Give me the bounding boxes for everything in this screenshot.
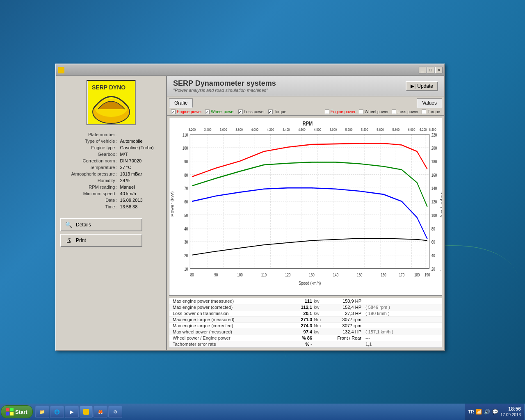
svg-text:5.400: 5.400 xyxy=(361,128,368,132)
engine-label: Engine type : xyxy=(60,144,119,151)
svg-text:120: 120 xyxy=(431,200,437,204)
print-button[interactable]: 🖨 Print xyxy=(60,234,142,247)
svg-text:5.000: 5.000 xyxy=(330,128,337,132)
wheel-power-checkbox-values[interactable] xyxy=(359,110,363,114)
type-label: Type of vehicle : xyxy=(60,138,119,144)
engine-power-label-values: Engine power xyxy=(331,110,356,114)
company-tagline: "Power analysis and road simulation mach… xyxy=(173,88,276,93)
left-panel: SERP DYNO Plate number : Type of v xyxy=(56,76,167,350)
legend-torque-values: Torque xyxy=(422,110,440,114)
close-button[interactable]: ✕ xyxy=(435,67,443,73)
taskbar-media[interactable]: ▶ xyxy=(65,406,79,418)
svg-text:20: 20 xyxy=(431,267,435,272)
taskbar-serp[interactable] xyxy=(80,406,93,418)
row-label: Tachometer error rate xyxy=(173,342,288,347)
svg-rect-93 xyxy=(10,408,14,411)
legend-engine-power-values: Engine power xyxy=(325,110,356,114)
torque-checkbox-grafic[interactable] xyxy=(268,110,273,114)
table-row: Tachometer error rate % - 1,1 xyxy=(169,341,442,347)
svg-text:140: 140 xyxy=(333,273,338,277)
clock: 18:56 17.09.2013 xyxy=(500,406,521,418)
svg-text:3.400: 3.400 xyxy=(204,128,212,132)
svg-text:100: 100 xyxy=(237,273,242,277)
clock-time: 18:56 xyxy=(500,406,521,413)
row-unit1: kw xyxy=(312,311,329,316)
table-row: Max engine power (measured) 111 kw 150,9… xyxy=(169,298,442,304)
svg-rect-92 xyxy=(6,408,9,411)
restore-button[interactable]: □ xyxy=(427,67,434,73)
start-button[interactable]: Start xyxy=(1,405,33,418)
row-extra: 1,1 xyxy=(361,342,438,347)
vehicle-info-table: Plate number : Type of vehicle : Automob… xyxy=(60,131,162,210)
row-label: Loss power on transmission xyxy=(173,311,288,316)
torque-checkbox-values[interactable] xyxy=(422,110,426,114)
svg-text:...: ... xyxy=(440,267,442,272)
table-row: Max engine torque (measured) 271,3 Nm 30… xyxy=(169,317,442,323)
date-label: Date : xyxy=(60,197,119,203)
clock-date: 17.09.2013 xyxy=(500,412,521,418)
logo-image: SERP DYNO xyxy=(88,81,135,124)
svg-text:Torque (Nm): Torque (Nm) xyxy=(440,191,442,217)
svg-text:120: 120 xyxy=(285,273,290,277)
network-icon: 📶 xyxy=(476,409,482,415)
svg-text:4.200: 4.200 xyxy=(267,128,274,132)
company-name: SERP Dynamometer systems xyxy=(173,79,276,88)
svg-text:110: 110 xyxy=(183,133,188,137)
engine-power-checkbox-values[interactable] xyxy=(325,110,329,114)
svg-text:3.800: 3.800 xyxy=(235,128,243,132)
right-panel: SERP Dynamometer systems "Power analysis… xyxy=(167,76,444,350)
row-val1: 111 xyxy=(288,299,312,304)
row-val1: 112,1 xyxy=(288,305,312,310)
row-extra: ( 157,1 km/h ) xyxy=(361,329,438,334)
norm-label: Correction norm : xyxy=(60,158,119,164)
row-label: Max engine power (corrected) xyxy=(173,305,288,310)
row-unit1: kw xyxy=(312,305,329,310)
loss-power-checkbox-grafic[interactable] xyxy=(238,110,243,114)
wheel-power-label-values: Wheel power xyxy=(365,110,388,114)
engine-power-checkbox-grafic[interactable] xyxy=(171,110,176,114)
svg-text:SERP DYNO: SERP DYNO xyxy=(92,84,126,91)
svg-text:80: 80 xyxy=(184,173,188,178)
loss-power-label-values: Loss power xyxy=(397,110,418,114)
update-button[interactable]: ▶| Update xyxy=(406,81,438,91)
time-label: Time : xyxy=(60,203,119,210)
svg-text:6.000: 6.000 xyxy=(408,128,415,132)
svg-text:90: 90 xyxy=(214,273,218,277)
taskbar-firefox[interactable]: 🦊 xyxy=(94,406,107,418)
row-unit1: Nm xyxy=(312,323,329,328)
legend-torque-grafic: Torque xyxy=(268,110,287,114)
taskbar-other[interactable]: ⚙ xyxy=(108,406,122,418)
row-label: Wheel power / Engine power xyxy=(173,336,288,340)
loss-power-checkbox-values[interactable] xyxy=(392,110,396,114)
windows-logo-icon xyxy=(6,408,14,415)
details-button[interactable]: 🔍 Details xyxy=(60,218,142,231)
firefox-icon: 🦊 xyxy=(97,409,104,415)
svg-text:5.800: 5.800 xyxy=(393,128,400,132)
row-unit1: kw xyxy=(312,329,329,334)
gearbox-value: M/T xyxy=(119,151,162,158)
torque-label-values: Torque xyxy=(427,110,440,114)
svg-text:130: 130 xyxy=(309,273,314,277)
other-icon: ⚙ xyxy=(112,409,119,415)
taskbar-file-manager[interactable]: 📁 xyxy=(35,406,49,418)
taskbar-ie[interactable]: 🌐 xyxy=(50,406,64,418)
svg-text:140: 140 xyxy=(431,186,437,191)
svg-text:180: 180 xyxy=(431,160,437,164)
wheel-power-label-grafic: Wheel power xyxy=(211,110,235,114)
pressure-value: 1013 mBar xyxy=(119,171,162,177)
wheel-power-checkbox-grafic[interactable] xyxy=(205,110,210,114)
row-val2: 3077 rpm xyxy=(329,317,361,322)
svg-text:5.200: 5.200 xyxy=(345,128,353,132)
header-area: SERP Dynamometer systems "Power analysis… xyxy=(167,76,444,96)
min-speed-label: Minimum speed : xyxy=(60,190,119,197)
svg-text:3.600: 3.600 xyxy=(220,128,227,132)
temp-value: 27 °C xyxy=(119,164,162,171)
row-val2: 152,4 HP xyxy=(329,305,361,310)
legend-loss-power-grafic: Loss power xyxy=(238,110,265,114)
search-icon: 🔍 xyxy=(64,221,73,229)
tab-grafic[interactable]: Grafic xyxy=(169,98,193,108)
notification-icon: 💬 xyxy=(492,409,499,415)
minimize-button[interactable]: _ xyxy=(419,67,426,73)
tab-values[interactable]: Values xyxy=(417,98,442,108)
row-val2: 132,4 HP xyxy=(329,329,361,334)
